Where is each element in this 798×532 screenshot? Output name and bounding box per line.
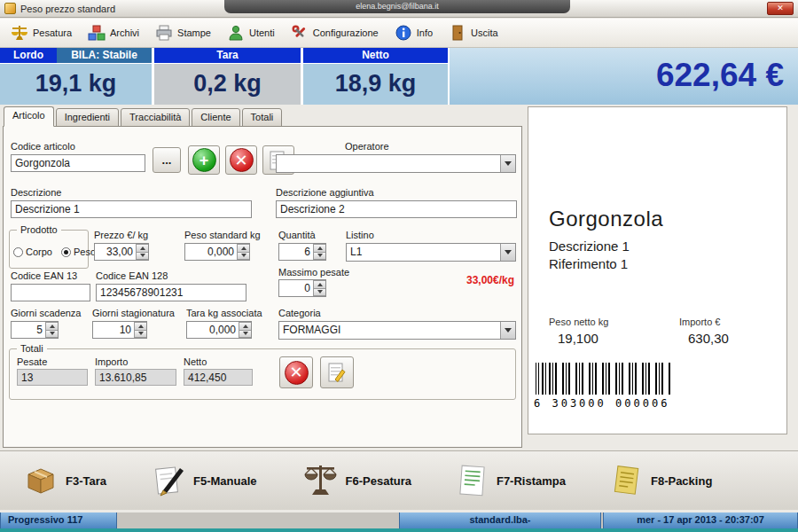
- radio-peso-label: Peso: [74, 246, 96, 257]
- exit-icon: [449, 24, 466, 42]
- print-totals-button[interactable]: [320, 356, 354, 388]
- toolbar-archivi[interactable]: Archivi: [88, 24, 139, 42]
- f7-ristampa-button[interactable]: F7-Ristampa: [456, 464, 566, 497]
- pesate-value: 13: [17, 369, 88, 386]
- tara-header: Tara: [154, 48, 301, 63]
- app-icon: [4, 3, 16, 14]
- tab-tracciabilita[interactable]: Tracciabilità: [121, 108, 190, 127]
- radio-corpo-label: Corpo: [26, 246, 52, 257]
- ean13-input[interactable]: [11, 284, 90, 301]
- f5-manuale-button[interactable]: F5-Manuale: [151, 464, 257, 497]
- reset-totals-button[interactable]: ✕: [279, 356, 313, 388]
- giorni-scadenza-value: 5: [12, 322, 45, 338]
- f6-pesatura-button[interactable]: F6-Pesatura: [301, 463, 411, 498]
- toolbar-stampe[interactable]: Stampe: [155, 24, 211, 42]
- tara-value: 0,2 kg: [154, 64, 301, 105]
- operatore-label: Operatore: [345, 141, 389, 152]
- bottom-edge: [0, 528, 798, 532]
- listino-value: L1: [347, 244, 500, 261]
- importo-label: Importo: [95, 356, 128, 367]
- tara-associata-stepper[interactable]: 0,000: [186, 321, 252, 339]
- toolbar-info[interactable]: Info: [395, 24, 433, 42]
- info-icon: [395, 24, 412, 42]
- box-icon: [23, 464, 59, 497]
- f3-label: F3-Tara: [66, 474, 106, 488]
- spinner-up-button[interactable]: [136, 244, 148, 253]
- spinner-down-button[interactable]: [45, 331, 58, 339]
- listino-select[interactable]: L1: [346, 243, 516, 262]
- listino-label: Listino: [346, 230, 374, 240]
- clear-article-button[interactable]: ✕: [225, 145, 257, 175]
- categoria-select[interactable]: FORMAGGI: [278, 321, 516, 340]
- window-title: Peso prezzo standard: [20, 4, 115, 14]
- weight-display-panel: Lordo BILA: Stabile Tara Netto 19,1 kg 0…: [0, 48, 798, 105]
- total-price-display: 622,64 €: [450, 48, 798, 105]
- browse-button[interactable]: ...: [153, 147, 181, 173]
- peso-standard-value: 0,000: [185, 244, 237, 260]
- radio-peso[interactable]: Peso: [61, 246, 96, 257]
- toolbar-pesatura[interactable]: Pesatura: [11, 24, 72, 42]
- delete-icon: ✕: [230, 148, 254, 172]
- spinner-up-button[interactable]: [134, 322, 146, 331]
- operatore-select[interactable]: [276, 154, 516, 173]
- spinner-down-button[interactable]: [313, 289, 325, 297]
- prezzo-stepper[interactable]: 33,00: [94, 243, 149, 261]
- prezzo-label: Prezzo €/ kg: [94, 230, 148, 240]
- codice-articolo-input[interactable]: Gorgonzola: [11, 154, 145, 172]
- spinner-up-button[interactable]: [45, 322, 58, 331]
- prodotto-group-label: Prodotto: [17, 224, 61, 235]
- radio-selected-icon: [61, 247, 71, 257]
- ean128-label: Codice EAN 128: [96, 270, 168, 281]
- spinner-down-button[interactable]: [136, 253, 148, 261]
- peso-standard-stepper[interactable]: 0,000: [184, 243, 250, 261]
- ean128-input[interactable]: 12345678901231: [96, 284, 246, 301]
- printer-icon: [155, 24, 173, 42]
- spinner-down-button[interactable]: [313, 253, 325, 261]
- toolbar-label: Uscita: [471, 27, 498, 38]
- giorni-scadenza-stepper[interactable]: 5: [11, 321, 59, 339]
- scale-icon: [11, 24, 28, 42]
- f3-tara-button[interactable]: F3-Tara: [23, 464, 106, 497]
- radio-corpo[interactable]: Corpo: [13, 246, 52, 257]
- tab-ingredienti[interactable]: Ingredienti: [56, 108, 119, 127]
- spinner-down-button[interactable]: [237, 253, 249, 261]
- toolbar-label: Stampe: [177, 27, 211, 38]
- descrizione-input[interactable]: Descrizione 1: [11, 200, 252, 218]
- receipt-icon: [456, 464, 489, 497]
- spinner-down-button[interactable]: [239, 331, 251, 339]
- descrizione-aggiuntiva-input[interactable]: Descrizione 2: [276, 200, 517, 218]
- descrizione-aggiuntiva-label: Descrizione aggiuntiva: [276, 187, 374, 198]
- descrizione-label: Descrizione: [11, 187, 61, 198]
- f5-label: F5-Manuale: [193, 474, 257, 488]
- close-button[interactable]: ✕: [767, 2, 794, 15]
- tab-totali[interactable]: Totali: [242, 108, 283, 127]
- f8-packing-button[interactable]: F8-Packing: [610, 464, 712, 497]
- chevron-down-icon: [500, 244, 515, 261]
- toolbar-label: Pesatura: [33, 27, 72, 38]
- barcode-digits: 6 303000 000006: [534, 397, 685, 410]
- spinner-down-button[interactable]: [134, 331, 146, 339]
- giorni-scadenza-label: Giorni scadenza: [11, 308, 82, 318]
- toolbar-configurazione[interactable]: Configurazione: [291, 24, 379, 42]
- ean13-label: Codice EAN 13: [11, 270, 77, 281]
- add-article-button[interactable]: +: [188, 145, 220, 175]
- spinner-up-button[interactable]: [313, 280, 325, 289]
- quantita-label: Quantità: [278, 230, 316, 240]
- toolbar-uscita[interactable]: Uscita: [449, 24, 498, 42]
- netto-label: Netto: [184, 356, 207, 367]
- quantita-stepper[interactable]: 6: [278, 243, 326, 261]
- spinner-up-button[interactable]: [313, 244, 325, 253]
- toolbar-utenti[interactable]: Utenti: [227, 24, 275, 42]
- giorni-stagionatura-label: Giorni stagionatura: [92, 308, 175, 318]
- spinner-up-button[interactable]: [237, 244, 249, 253]
- tab-cliente[interactable]: Cliente: [192, 108, 239, 127]
- giorni-stagionatura-stepper[interactable]: 10: [92, 321, 147, 339]
- preview-importo-label: Importo €: [679, 317, 720, 327]
- massimo-pesate-stepper[interactable]: 0: [278, 279, 326, 297]
- f7-label: F7-Ristampa: [497, 474, 566, 488]
- spinner-up-button[interactable]: [239, 322, 251, 331]
- tab-strip: Articolo Ingredienti Tracciabilità Clien…: [4, 106, 284, 127]
- preview-peso-netto-label: Peso netto kg: [549, 317, 608, 327]
- app-window: Peso prezzo standard elena.begnis@filban…: [0, 0, 798, 532]
- tab-articolo[interactable]: Articolo: [4, 106, 54, 127]
